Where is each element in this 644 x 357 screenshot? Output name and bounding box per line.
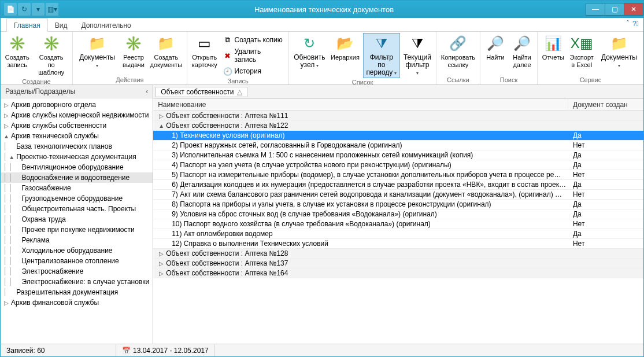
reports-button[interactable]: 📊Отчеты: [540, 33, 567, 62]
grid-row[interactable]: 1) Технические условия (оригинал)Да: [153, 131, 644, 141]
minimize-button[interactable]: —: [586, 3, 605, 16]
create-copy-button[interactable]: ⧉Создать копию: [221, 34, 287, 46]
group-chip[interactable]: Объект собственности △: [156, 87, 247, 97]
calendar-icon: 📅: [122, 347, 131, 355]
grid-group-row[interactable]: ▲Объект собственности : Аптека №122: [153, 121, 644, 131]
cell-created: Нет: [568, 170, 644, 179]
status-records: Записей: 60: [1, 344, 116, 356]
refresh-node-button[interactable]: ↻Обновитьузел ▾: [291, 33, 327, 71]
tree-item[interactable]: ▷Архив службы собственности: [1, 120, 153, 131]
service-documents-button[interactable]: 📁Документы ▾: [597, 33, 641, 71]
col-name[interactable]: Наименование: [153, 99, 568, 111]
hierarchy-button[interactable]: 📂Иерархия: [328, 33, 361, 62]
help-icon[interactable]: ?⃝: [632, 20, 639, 28]
grid-row[interactable]: 10) Паспорт водного хозяйства (в случае …: [153, 219, 644, 229]
expand-icon[interactable]: ▷: [158, 260, 165, 267]
grid-row[interactable]: 11) Акт опломбировки водомерДа: [153, 229, 644, 239]
tab-extra[interactable]: Дополнительно: [74, 19, 138, 31]
tree-item-label: Электроснабжение: [20, 267, 84, 276]
tree-item[interactable]: │ │ Грузоподъемное оборудование: [1, 193, 153, 204]
cell-name: 1) Технические условия (оригинал): [172, 131, 284, 139]
grid-group-row[interactable]: ▷Объект собственности : Аптека №128: [153, 249, 644, 259]
grid-row[interactable]: 5) Паспорт на измерительные приборы (вод…: [153, 170, 644, 180]
grid-body[interactable]: ▷Объект собственности : Аптека №111▲Объе…: [153, 111, 644, 344]
close-button[interactable]: ✕: [624, 3, 643, 16]
grid-row[interactable]: 12) Справка о выполнении Технических усл…: [153, 239, 644, 249]
new-record-button[interactable]: ✳️Создатьзапись: [3, 33, 31, 70]
tree-item[interactable]: │ │ Газоснабжение: [1, 183, 153, 193]
group-record-title: Запись: [190, 77, 287, 86]
grid-row[interactable]: 3) Исполнительная съемка М 1: 500 с нане…: [153, 150, 644, 160]
tree-item[interactable]: ▷Архив договорного отдела: [1, 100, 153, 110]
find-button[interactable]: 🔎Найти: [483, 33, 508, 62]
grid-row[interactable]: 2) Проект наружных сетей, согласованный …: [153, 141, 644, 150]
tree-item[interactable]: │ │ Водоснабжение и водоотведение: [1, 172, 153, 183]
tree-item[interactable]: │ │ Электроснабжение: в случае установки: [1, 277, 153, 287]
cell-name: 12) Справка о выполнении Технических усл…: [172, 240, 328, 248]
new-from-template-button[interactable]: ✳️Создать пошаблону: [32, 33, 69, 78]
documents-button[interactable]: 📁Документы ▾: [75, 33, 119, 71]
qat-save-icon[interactable]: 📄: [4, 3, 17, 16]
tree-item[interactable]: │ ▲Проектно-техническая документация: [1, 152, 153, 162]
tree-item[interactable]: │ │ Охрана труда: [1, 214, 153, 224]
expand-icon[interactable]: ▷: [158, 270, 165, 277]
tree-item[interactable]: │ │ Реклама: [1, 235, 153, 245]
tree-item[interactable]: │ Разрешительная документация: [1, 287, 153, 297]
expand-icon[interactable]: ▲: [8, 154, 15, 160]
grid-row[interactable]: 9) Условия на сброс сточных вод (в случа…: [153, 209, 644, 219]
expand-icon[interactable]: ▷: [3, 123, 10, 129]
tree-item[interactable]: │ │ Вентиляционное оборудование: [1, 162, 153, 172]
qat-dropdown-icon[interactable]: ▾: [32, 3, 45, 16]
tab-main[interactable]: Главная: [6, 19, 48, 32]
history-button[interactable]: 🕘История: [221, 65, 287, 77]
grid-row[interactable]: 8) Паспорта на приборы и узлы учета, в с…: [153, 200, 644, 209]
copy-link-button[interactable]: 🔗Копироватьссылку: [439, 33, 478, 70]
expand-icon[interactable]: ▷: [158, 113, 165, 119]
export-excel-button[interactable]: X▦Экспортв Excel: [568, 33, 596, 70]
grid-group-row[interactable]: ▷Объект собственности : Аптека №137: [153, 259, 644, 268]
tab-view[interactable]: Вид: [48, 19, 75, 31]
delete-record-button[interactable]: ✖Удалить запись: [221, 46, 287, 65]
tree-item[interactable]: │ │ Прочее при покупке недвижимости: [1, 224, 153, 235]
grid-row[interactable]: 7) Акт или схема балансового разграничен…: [153, 190, 644, 200]
cell-name: 11) Акт опломбировки водомер: [172, 230, 273, 238]
cell-name: 9) Условия на сброс сточных вод (в случа…: [172, 210, 437, 218]
create-documents-button[interactable]: 📁Создатьдокументы: [148, 33, 184, 70]
cell-created: Да: [568, 131, 644, 140]
grid-header: Наименование Документ создан: [153, 99, 644, 111]
cell-created: Да: [568, 180, 644, 189]
expand-icon[interactable]: ▷: [3, 112, 10, 119]
collapse-ribbon-icon[interactable]: ˆ: [627, 20, 629, 28]
open-card-button[interactable]: ▭Открытькарточку: [190, 33, 220, 70]
tree-item[interactable]: │ База технологических планов: [1, 141, 153, 152]
tree-item[interactable]: ▷Архив финансовой службы: [1, 297, 153, 308]
col-created[interactable]: Документ создан: [568, 99, 644, 111]
group-bar[interactable]: Объект собственности △: [153, 85, 644, 99]
grid-group-row[interactable]: ▷Объект собственности : Аптека №164: [153, 268, 644, 278]
tree-item[interactable]: │ │ Холодильное оборудование: [1, 245, 153, 256]
find-next-button[interactable]: 🔎Найтидалее: [509, 33, 535, 70]
expand-icon[interactable]: ▲: [158, 123, 165, 129]
tree-item[interactable]: ▷Архив службы комерческой недвижимости: [1, 110, 153, 120]
grid-row[interactable]: 4) Паспорт на узел учета (в случае устро…: [153, 160, 644, 170]
tree-item-label: Архив службы собственности: [10, 121, 108, 130]
current-filter-button[interactable]: ⧩Текущийфильтр ▾: [401, 33, 434, 78]
maximize-button[interactable]: ▢: [605, 3, 624, 16]
expand-icon[interactable]: ▲: [3, 133, 10, 139]
tree[interactable]: ▷Архив договорного отдела▷Архив службы к…: [1, 98, 153, 344]
grid-row[interactable]: 6) Детализация колодцев и их нумерация (…: [153, 180, 644, 190]
grid-group-row[interactable]: ▷Объект собственности : Аптека №111: [153, 111, 644, 121]
qat-refresh-icon[interactable]: ↻: [18, 3, 31, 16]
tree-item[interactable]: │ │ Общестроительная часть. Проекты: [1, 204, 153, 214]
tree-item[interactable]: ▲Архив технической службы: [1, 131, 153, 141]
registry-button[interactable]: ✳️Реестрвыдачи: [120, 33, 147, 70]
expand-icon[interactable]: ▷: [3, 102, 10, 108]
tree-item[interactable]: │ │ Централизованное отопление: [1, 256, 153, 266]
expand-icon[interactable]: ▷: [3, 300, 10, 306]
filter-period-button[interactable]: ⧩Фильтр попериоду ▾: [363, 33, 400, 78]
qat-list-icon[interactable]: ▥▾: [46, 3, 58, 16]
tree-item[interactable]: │ │ Электроснабжение: [1, 266, 153, 277]
sidebar-collapse-icon[interactable]: ‹: [146, 87, 148, 95]
tree-item-label: Прочее при покупке недвижимости: [20, 225, 135, 234]
expand-icon[interactable]: ▷: [158, 251, 165, 257]
